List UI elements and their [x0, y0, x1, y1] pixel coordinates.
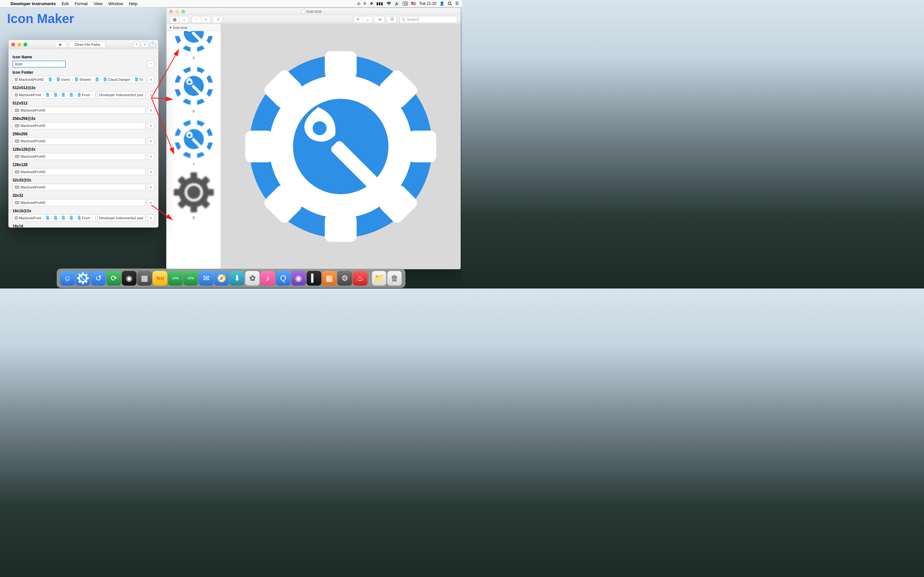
- dock-photos[interactable]: ✿: [245, 271, 260, 285]
- save-icon[interactable]: ⇩: [133, 42, 140, 47]
- path-menu-button[interactable]: ≡: [147, 107, 154, 114]
- disclosure-button[interactable]: ⌃: [147, 61, 154, 68]
- preview-thumb[interactable]: 5: [166, 31, 221, 62]
- dock-safari[interactable]: 🧭: [214, 271, 229, 285]
- close-button[interactable]: [169, 10, 173, 13]
- preview-thumb[interactable]: 7: [166, 115, 221, 168]
- minimize-button[interactable]: [175, 10, 179, 13]
- status-icon-2[interactable]: ⊪: [363, 1, 367, 6]
- dock-mail[interactable]: ✉: [199, 271, 214, 285]
- crumb-text: ClassChanger: [108, 77, 130, 81]
- zoom-button[interactable]: [23, 43, 27, 47]
- spotlight-icon[interactable]: [447, 1, 452, 6]
- size-path[interactable]: MacbookProH›››››From›Developer Instrumen…: [13, 214, 145, 221]
- path-menu-button[interactable]: ≡: [147, 122, 154, 129]
- path-menu-button[interactable]: ≡: [147, 168, 154, 175]
- app-menu[interactable]: Developer Instruments: [8, 1, 59, 6]
- preview-titlebar[interactable]: Icon.icns ⌄: [166, 8, 460, 15]
- highlight-dropdown[interactable]: ⌄: [363, 16, 373, 23]
- help-button[interactable]: ?: [150, 42, 156, 47]
- icon-name-input[interactable]: [13, 61, 66, 68]
- zoom-button[interactable]: [181, 10, 185, 13]
- volume-icon[interactable]: 🔊: [395, 1, 399, 6]
- notifications-icon[interactable]: ☰: [455, 1, 459, 6]
- battery-icon[interactable]: ▮▮▮: [376, 1, 383, 6]
- size-path[interactable]: MacbookProHD: [13, 107, 145, 114]
- svg-line-3: [404, 20, 405, 21]
- disclosure-triangle-icon[interactable]: ▼: [169, 26, 172, 29]
- icon-folder-path[interactable]: MacbookProHD››Users›Shared››ClassChanger…: [13, 76, 145, 83]
- menu-edit[interactable]: Edit: [59, 1, 71, 6]
- flag-icon[interactable]: 🇺🇸: [411, 1, 416, 6]
- dock-developer-instruments[interactable]: [76, 271, 90, 285]
- size-path[interactable]: MacbookProHD: [13, 137, 145, 145]
- dock-siri[interactable]: ◉: [291, 271, 306, 285]
- minimize-button[interactable]: [17, 43, 21, 47]
- dock-quicktime[interactable]: Q: [276, 271, 291, 285]
- size-path[interactable]: MacbookProHD: [13, 122, 145, 129]
- highlight-button[interactable]: ✎: [353, 16, 363, 23]
- menu-view[interactable]: View: [90, 1, 105, 6]
- path-menu-button[interactable]: ≡: [147, 184, 154, 191]
- path-menu-button[interactable]: ≡: [147, 214, 154, 221]
- path-menu-button[interactable]: ≡: [147, 199, 154, 206]
- page-title: Icon Maker: [7, 11, 74, 26]
- clean-paths-button[interactable]: Clean File Paths: [69, 41, 106, 48]
- window-titlebar[interactable]: ▶ Clean File Paths ⇩ ⇩ ?: [9, 40, 158, 49]
- preview-canvas[interactable]: [221, 24, 460, 269]
- clock[interactable]: Tue 21:10: [419, 1, 436, 6]
- user-icon[interactable]: 👤: [439, 1, 444, 6]
- status-icon-3[interactable]: ✥: [370, 1, 373, 6]
- menu-help[interactable]: Help: [126, 1, 141, 6]
- search-input[interactable]: Search: [399, 16, 457, 23]
- path-menu-button[interactable]: ≡: [147, 76, 154, 83]
- path-menu-button[interactable]: ≡: [147, 153, 154, 160]
- view-mode-button[interactable]: ▦: [170, 16, 179, 23]
- menu-window[interactable]: Window: [105, 1, 126, 6]
- preview-thumb[interactable]: 8: [166, 168, 221, 221]
- dock-folder[interactable]: 📁: [372, 271, 387, 285]
- dock-settings[interactable]: ⚙: [338, 271, 352, 285]
- dock-vpn-2[interactable]: VPN: [184, 271, 198, 285]
- close-button[interactable]: [11, 43, 15, 47]
- zoom-out-button[interactable]: −: [192, 16, 201, 23]
- folder-icon: [95, 78, 99, 81]
- path-menu-button[interactable]: ≡: [147, 137, 154, 145]
- folder-icon: [54, 216, 57, 220]
- charge-icon[interactable]: 42: [403, 2, 408, 5]
- preview-thumb[interactable]: 6: [166, 62, 221, 115]
- sidebar-header[interactable]: ▼ Icon.icns: [166, 24, 221, 31]
- dropdown-chevron-icon[interactable]: ⌄: [323, 10, 326, 13]
- status-icon-1[interactable]: ◎: [357, 1, 360, 6]
- preview-toolbar: ▦ ⌄ − + ⇧ ✎ ⌄ ⟲ Ⓐ Search: [166, 15, 460, 24]
- dock-finder[interactable]: ☺: [60, 271, 75, 285]
- crumb-text: MacbookProHD: [21, 139, 45, 143]
- rotate-button[interactable]: ⟲: [375, 16, 384, 23]
- dock-app-2[interactable]: ⟳: [107, 271, 121, 285]
- dock-terminal[interactable]: ▍: [307, 271, 321, 285]
- zoom-in-button[interactable]: +: [201, 16, 211, 23]
- run-button[interactable]: ▶: [55, 41, 66, 48]
- size-path[interactable]: MacbookProHD: [13, 153, 145, 160]
- dock-app-5[interactable]: Text: [153, 271, 168, 285]
- size-path[interactable]: MacbookProH›››››From›Developer Instrumen…: [13, 91, 145, 98]
- dock-app-4[interactable]: ▦: [137, 271, 152, 285]
- menu-format[interactable]: Format: [71, 1, 90, 6]
- share-button[interactable]: ⇧: [213, 16, 223, 23]
- path-menu-button[interactable]: ≡: [147, 91, 154, 98]
- view-mode-dropdown[interactable]: ⌄: [179, 16, 189, 23]
- dock-app-6[interactable]: ⬇: [230, 271, 244, 285]
- dock-vpn-1[interactable]: VPN: [168, 271, 183, 285]
- wifi-icon[interactable]: [386, 2, 391, 5]
- dock-trash[interactable]: 🗑: [387, 271, 402, 285]
- dock-music[interactable]: ♪: [260, 271, 275, 285]
- dock-app-1[interactable]: ↺: [91, 271, 106, 285]
- save-icon-2[interactable]: ⇩: [142, 42, 148, 47]
- size-path[interactable]: MacbookProHD: [13, 168, 145, 175]
- dock-app-7[interactable]: ▦: [322, 271, 337, 285]
- size-path[interactable]: MacbookProHD: [13, 184, 145, 191]
- dock-app-8[interactable]: ♨: [353, 271, 368, 285]
- size-path[interactable]: MacbookProHD: [13, 199, 145, 206]
- markup-button[interactable]: Ⓐ: [387, 16, 397, 23]
- dock-app-3[interactable]: ◉: [122, 271, 137, 285]
